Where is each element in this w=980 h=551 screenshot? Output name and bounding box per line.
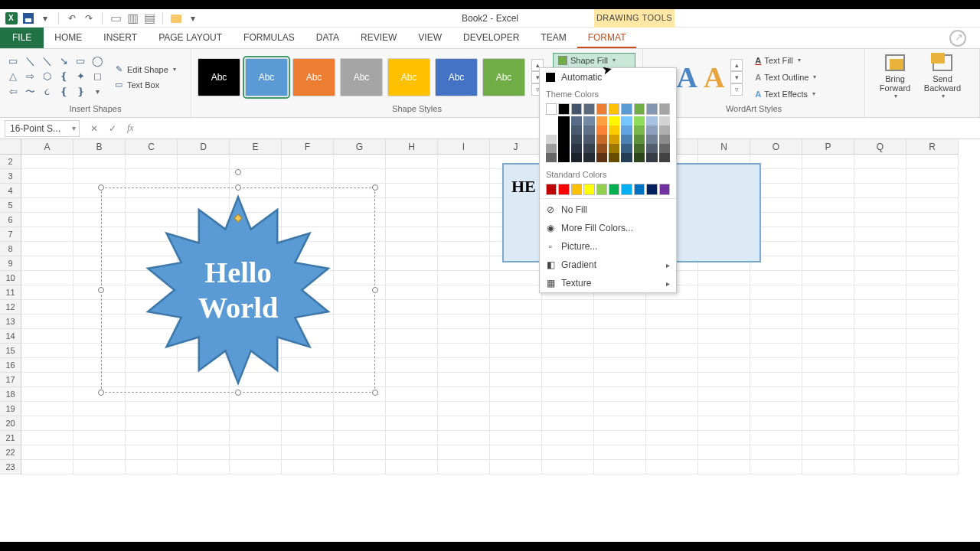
col-header[interactable]: D (178, 139, 230, 155)
cell[interactable] (74, 460, 126, 474)
color-swatch[interactable] (546, 126, 557, 135)
cell[interactable] (646, 387, 698, 402)
column-headers[interactable]: ABCDEFGHIJKLMNOPQR (21, 139, 959, 155)
color-swatch[interactable] (609, 135, 619, 144)
qat-btn2-icon[interactable]: ▥ (126, 11, 139, 25)
cell[interactable] (542, 460, 594, 474)
color-swatch[interactable] (621, 103, 632, 115)
fx-icon[interactable]: fx (127, 122, 134, 134)
cell[interactable] (750, 445, 802, 460)
col-header[interactable]: F (282, 139, 334, 155)
col-header[interactable]: C (126, 139, 178, 155)
select-all-corner[interactable] (0, 139, 21, 155)
folder-icon[interactable] (169, 11, 183, 25)
color-swatch[interactable] (646, 184, 657, 195)
cell[interactable] (906, 285, 959, 300)
cell[interactable] (594, 344, 646, 358)
worksheet[interactable]: ABCDEFGHIJKLMNOPQR 234567891011121314151… (0, 139, 980, 542)
col-header[interactable]: N (698, 139, 750, 155)
color-swatch[interactable] (634, 184, 645, 195)
menu-gradient[interactable]: ◧Gradient▸ (540, 256, 676, 274)
cell[interactable] (802, 300, 854, 315)
cell[interactable] (21, 373, 74, 387)
row-header[interactable]: 13 (0, 315, 21, 329)
cell[interactable] (438, 169, 490, 184)
cell[interactable] (438, 416, 490, 431)
row-header[interactable]: 15 (0, 344, 21, 358)
shape-curve-icon[interactable]: 〜 (23, 86, 37, 98)
handle-w[interactable] (98, 287, 104, 293)
color-swatch[interactable] (659, 116, 670, 126)
row-header[interactable]: 21 (0, 431, 21, 445)
shape-callout-icon[interactable]: ◻ (90, 70, 104, 83)
cell[interactable] (230, 431, 282, 445)
cell[interactable] (21, 271, 74, 285)
cell[interactable] (386, 155, 438, 169)
cell[interactable] (21, 402, 74, 416)
cell[interactable] (698, 329, 750, 344)
cell[interactable] (386, 242, 438, 256)
cell[interactable] (802, 198, 854, 213)
cell[interactable] (854, 242, 906, 256)
cell[interactable] (542, 373, 594, 387)
cell[interactable] (21, 227, 74, 242)
shape-style-7[interactable]: Abc (482, 58, 525, 96)
cell[interactable] (802, 271, 854, 285)
cell[interactable] (386, 402, 438, 416)
cell[interactable] (438, 402, 490, 416)
col-header[interactable]: H (386, 139, 438, 155)
cell[interactable] (698, 344, 750, 358)
cell[interactable] (21, 460, 74, 474)
cell[interactable] (646, 431, 698, 445)
color-swatch[interactable] (583, 116, 594, 126)
color-swatch[interactable] (609, 184, 619, 195)
handle-se[interactable] (372, 390, 378, 396)
wordart-gallery-arrows[interactable]: ▴▾▿ (730, 59, 743, 96)
cell[interactable] (906, 416, 959, 431)
row-header[interactable]: 23 (0, 460, 21, 474)
cell[interactable] (438, 242, 490, 256)
cell[interactable] (386, 285, 438, 300)
cell[interactable] (854, 271, 906, 285)
cell[interactable] (802, 184, 854, 198)
cell[interactable] (802, 373, 854, 387)
cell[interactable] (490, 373, 542, 387)
color-swatch[interactable] (634, 116, 645, 126)
cell[interactable] (21, 184, 74, 198)
cell[interactable] (386, 213, 438, 227)
menu-texture[interactable]: ▦Texture▸ (540, 274, 676, 292)
handle-s[interactable] (235, 390, 241, 396)
qat-btn3-icon[interactable]: ▤ (142, 11, 156, 25)
cell[interactable] (334, 402, 386, 416)
color-swatch[interactable] (571, 184, 582, 195)
cell[interactable] (750, 344, 802, 358)
cell[interactable] (74, 155, 126, 169)
color-swatch[interactable] (659, 184, 670, 195)
col-header[interactable]: G (334, 139, 386, 155)
cell[interactable] (490, 315, 542, 329)
cell[interactable] (750, 387, 802, 402)
color-swatch[interactable] (583, 103, 594, 115)
cell[interactable] (802, 256, 854, 271)
cell[interactable] (438, 198, 490, 213)
cell[interactable] (594, 445, 646, 460)
cell[interactable] (750, 271, 802, 285)
cell[interactable] (178, 416, 230, 431)
color-swatch[interactable] (583, 126, 594, 135)
cell[interactable] (21, 300, 74, 315)
cell[interactable] (21, 285, 74, 300)
cell[interactable] (854, 358, 906, 373)
cell[interactable] (438, 329, 490, 344)
cell[interactable] (438, 285, 490, 300)
cell[interactable] (854, 402, 906, 416)
cell[interactable] (21, 431, 74, 445)
cell[interactable] (698, 285, 750, 300)
cell[interactable] (854, 373, 906, 387)
shape-style-6[interactable]: Abc (435, 58, 478, 96)
tab-format[interactable]: FORMAT (577, 27, 637, 48)
cell[interactable] (438, 184, 490, 198)
shape-scribble-icon[interactable]: ૮ (40, 86, 54, 98)
cell[interactable] (802, 445, 854, 460)
cell[interactable] (386, 271, 438, 285)
cell[interactable] (74, 402, 126, 416)
